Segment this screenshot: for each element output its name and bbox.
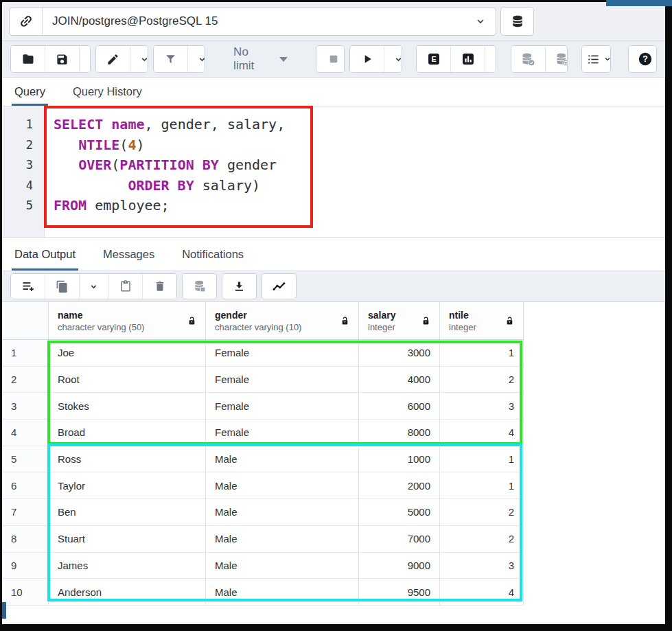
commit-button[interactable]	[511, 46, 545, 72]
sql-editor[interactable]: 1 2 3 4 5 SELECT name, gender, salary, N…	[2, 106, 665, 237]
cell-ntile[interactable]: 3	[440, 393, 524, 419]
row-edit-group	[10, 273, 177, 299]
cell-ntile[interactable]: 1	[440, 446, 524, 472]
filter-button[interactable]	[154, 46, 187, 72]
cell-name[interactable]: Broad	[49, 420, 206, 446]
edit-button[interactable]	[96, 46, 130, 72]
cell-salary[interactable]: 5000	[359, 499, 440, 525]
download-button[interactable]	[222, 274, 256, 299]
cell-name[interactable]: Ross	[49, 446, 206, 472]
new-connection-button[interactable]	[500, 7, 534, 36]
help-group: ?	[628, 45, 657, 73]
cell-salary[interactable]: 4000	[359, 367, 440, 393]
sql-code-area[interactable]: SELECT name, gender, salary, NTILE(4) OV…	[45, 106, 665, 237]
explain-button[interactable]: E	[417, 46, 450, 72]
cell-name[interactable]: Ben	[49, 499, 206, 525]
help-button[interactable]: ?	[629, 46, 657, 72]
cell-gender[interactable]: Male	[206, 526, 359, 552]
cell-gender[interactable]: Male	[206, 553, 359, 579]
macros-button[interactable]	[582, 46, 610, 72]
tab-data-output[interactable]: Data Output	[12, 238, 78, 271]
cell-name[interactable]: Root	[49, 367, 206, 393]
row-limit-dropdown[interactable]: No limit	[224, 45, 297, 73]
column-header-ntile[interactable]: ntile integer	[440, 302, 524, 339]
cell-ntile[interactable]: 4	[440, 420, 524, 446]
save-file-button[interactable]	[45, 46, 79, 72]
row-number-cell[interactable]: 6	[2, 472, 49, 498]
cell-ntile[interactable]: 1	[440, 472, 524, 498]
delete-row-button[interactable]	[142, 274, 176, 299]
save-data-button[interactable]	[183, 274, 216, 299]
cell-salary[interactable]: 2000	[359, 472, 440, 498]
copy-button[interactable]	[45, 274, 79, 299]
stop-button[interactable]	[316, 46, 345, 72]
save-options-button[interactable]	[79, 46, 91, 72]
cell-salary[interactable]: 1000	[359, 446, 440, 472]
graph-visualiser-button[interactable]	[262, 274, 296, 299]
explain-analyze-button[interactable]	[450, 46, 485, 72]
row-number-cell[interactable]: 8	[2, 526, 49, 552]
connection-status-button[interactable]	[10, 8, 43, 35]
cell-name[interactable]: James	[49, 553, 206, 579]
cell-salary[interactable]: 9000	[359, 553, 440, 579]
execute-button[interactable]	[350, 46, 384, 72]
cell-ntile[interactable]: 2	[440, 499, 524, 525]
add-row-button[interactable]	[11, 274, 45, 299]
column-header-salary[interactable]: salary integer	[359, 302, 440, 339]
column-header-gender[interactable]: gender character varying (10)	[206, 302, 359, 339]
cell-salary[interactable]: 8000	[359, 420, 440, 446]
cell-salary[interactable]: 6000	[359, 393, 440, 419]
cell-gender[interactable]: Female	[206, 393, 359, 419]
row-number-cell[interactable]: 10	[2, 579, 49, 605]
execute-options-button[interactable]	[384, 46, 402, 72]
cell-salary[interactable]: 3000	[359, 340, 440, 366]
cell-name[interactable]: Anderson	[49, 579, 206, 605]
row-number-cell[interactable]: 9	[2, 553, 49, 579]
edit-options-button[interactable]	[130, 46, 148, 72]
cell-ntile[interactable]: 2	[440, 526, 524, 552]
cell-name[interactable]: Taylor	[49, 472, 206, 498]
rollback-button[interactable]	[545, 46, 568, 72]
stop-icon	[327, 53, 340, 65]
connection-dropdown[interactable]: JOIN/postgres@PostgreSQL 15	[43, 8, 496, 35]
grid-header-row: name character varying (50) gender char	[2, 302, 524, 340]
data-output-toolbar	[2, 271, 665, 302]
cell-gender[interactable]: Male	[206, 472, 359, 498]
connection-selector[interactable]: JOIN/postgres@PostgreSQL 15	[9, 7, 496, 36]
row-number-cell[interactable]: 3	[2, 393, 49, 419]
cell-ntile[interactable]: 4	[440, 579, 524, 605]
cell-salary[interactable]: 9500	[359, 579, 440, 605]
row-number-cell[interactable]: 1	[2, 340, 49, 366]
open-file-button[interactable]	[11, 46, 45, 72]
row-number-cell[interactable]: 4	[2, 420, 49, 446]
copy-options-button[interactable]	[79, 274, 108, 299]
cell-name[interactable]: Stokes	[49, 393, 206, 419]
cell-ntile[interactable]: 2	[440, 367, 524, 393]
tab-query[interactable]: Query	[12, 78, 48, 106]
cell-ntile[interactable]: 3	[440, 553, 524, 579]
cell-ntile[interactable]: 1	[440, 340, 524, 366]
cell-name[interactable]: Stuart	[49, 526, 206, 552]
tab-notifications[interactable]: Notifications	[179, 238, 246, 271]
cell-gender[interactable]: Female	[206, 420, 359, 446]
explain-options-button[interactable]	[485, 46, 496, 72]
row-number-cell[interactable]: 5	[2, 446, 49, 472]
tab-messages[interactable]: Messages	[100, 238, 157, 271]
cell-gender[interactable]: Male	[206, 579, 359, 605]
line-number: 2	[2, 135, 44, 156]
results-grid: name character varying (50) gender char	[2, 302, 524, 606]
cell-name[interactable]: Joe	[49, 340, 206, 366]
tab-query-history[interactable]: Query History	[70, 78, 145, 106]
cell-salary[interactable]: 7000	[359, 526, 440, 552]
column-header-name[interactable]: name character varying (50)	[49, 302, 206, 339]
select-all-corner[interactable]	[2, 302, 49, 339]
cell-gender[interactable]: Male	[206, 499, 359, 525]
row-number-cell[interactable]: 7	[2, 499, 49, 525]
filter-options-button[interactable]	[187, 46, 205, 72]
data-output-panel: name character varying (50) gender char	[2, 302, 665, 624]
paste-button[interactable]	[108, 274, 142, 299]
cell-gender[interactable]: Female	[206, 367, 359, 393]
row-number-cell[interactable]: 2	[2, 367, 49, 393]
cell-gender[interactable]: Male	[206, 446, 359, 472]
cell-gender[interactable]: Female	[206, 340, 359, 366]
